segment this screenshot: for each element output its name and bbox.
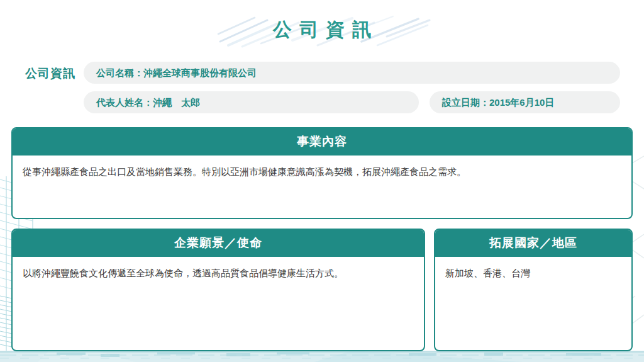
vision-section-header: 企業願景／使命	[13, 230, 424, 257]
expansion-section-header: 拓展國家／地區	[435, 230, 631, 257]
business-section-body: 從事沖繩縣產食品之出口及當地銷售業務。特別以亞洲市場健康意識高漲為契機，拓展沖繩…	[13, 156, 631, 189]
business-section-header: 事業內容	[13, 128, 631, 156]
vision-mission-section: 企業願景／使命 以將沖繩豐饒食文化傳遞至全球為使命，透過高品質食品倡導健康生活方…	[11, 229, 425, 351]
business-content-section: 事業內容 從事沖繩縣產食品之出口及當地銷售業務。特別以亞洲市場健康意識高漲為契機…	[11, 127, 633, 219]
company-info-slide: { "page": { "title": "公司資訊" }, "info": {…	[0, 0, 644, 362]
established-date-field: 設立日期：2015年6月10日	[430, 91, 620, 113]
expansion-section-body: 新加坡、香港、台灣	[435, 257, 631, 290]
expansion-regions-section: 拓展國家／地區 新加坡、香港、台灣	[434, 229, 633, 351]
representative-name-field: 代表人姓名：沖繩 太郎	[84, 91, 419, 113]
page-title-area: 公司資訊	[0, 8, 644, 52]
vision-section-body: 以將沖繩豐饒食文化傳遞至全球為使命，透過高品質食品倡導健康生活方式。	[13, 257, 424, 290]
company-name-field: 公司名稱：沖繩全球商事股份有限公司	[84, 62, 620, 84]
info-section-label: 公司資訊	[25, 65, 75, 82]
page-title: 公司資訊	[265, 17, 379, 43]
